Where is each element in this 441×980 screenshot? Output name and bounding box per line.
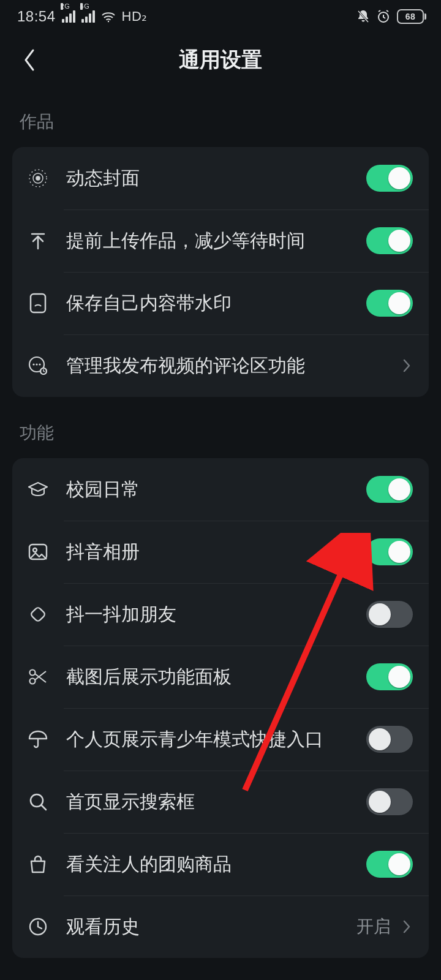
svg-point-17 xyxy=(30,670,36,676)
chevron-right-icon xyxy=(401,356,413,375)
toggle-screenshot-panel[interactable] xyxy=(366,663,413,690)
scissors-icon xyxy=(24,663,51,690)
svg-point-9 xyxy=(32,363,34,365)
row-home-search[interactable]: 首页显示搜索框 xyxy=(12,771,429,833)
section-title-features: 功能 xyxy=(12,397,429,458)
page-title: 通用设置 xyxy=(0,46,441,74)
row-watch-history[interactable]: 观看历史 开启 xyxy=(12,895,429,958)
clock-icon xyxy=(24,913,51,940)
back-button[interactable] xyxy=(12,43,47,77)
svg-point-4 xyxy=(36,176,40,180)
row-album[interactable]: 抖音相册 xyxy=(12,521,429,583)
toggle-album[interactable] xyxy=(366,538,413,565)
svg-point-10 xyxy=(36,363,37,365)
toggle-teen-shortcut[interactable] xyxy=(366,726,413,753)
row-label: 首页显示搜索框 xyxy=(66,790,352,813)
cap-icon xyxy=(24,476,51,503)
toggle-preupload[interactable] xyxy=(366,227,413,254)
toggle-campus[interactable] xyxy=(366,476,413,503)
page-header: 通用设置 xyxy=(0,33,441,87)
search-icon xyxy=(24,788,51,815)
row-label: 观看历史 xyxy=(66,915,342,938)
target-icon xyxy=(24,165,51,192)
mute-icon xyxy=(356,9,370,24)
settings-content: 作品 动态封面 提前上传作品，减少等待时间 xyxy=(0,87,441,958)
section-title-works: 作品 xyxy=(12,102,429,147)
row-label: 截图后展示功能面板 xyxy=(66,665,352,688)
row-label: 管理我发布视频的评论区功能 xyxy=(66,354,386,377)
chevron-right-icon xyxy=(401,917,413,937)
row-label: 提前上传作品，减少等待时间 xyxy=(66,229,352,252)
row-manage-comments[interactable]: 管理我发布视频的评论区功能 xyxy=(12,334,429,397)
photo-icon xyxy=(24,538,51,565)
row-campus[interactable]: 校园日常 xyxy=(12,458,429,521)
svg-point-11 xyxy=(39,363,40,365)
svg-point-15 xyxy=(33,548,37,552)
toggle-watermark[interactable] xyxy=(366,290,413,317)
comment-icon xyxy=(24,352,51,379)
status-hd: HD₂ xyxy=(122,9,148,24)
toggle-shake[interactable] xyxy=(366,601,413,628)
row-dynamic-cover[interactable]: 动态封面 xyxy=(12,147,429,209)
row-teen-shortcut[interactable]: 个人页展示青少年模式快捷入口 xyxy=(12,708,429,771)
row-preupload[interactable]: 提前上传作品，减少等待时间 xyxy=(12,209,429,272)
svg-point-19 xyxy=(31,794,43,807)
upload-icon xyxy=(24,227,51,254)
alarm-icon xyxy=(376,9,391,24)
row-value: 开启 xyxy=(356,915,391,938)
row-label: 个人页展示青少年模式快捷入口 xyxy=(66,728,352,751)
row-shake[interactable]: 抖一抖加朋友 xyxy=(12,583,429,646)
svg-rect-16 xyxy=(30,606,45,622)
row-label: 动态封面 xyxy=(66,167,352,190)
section-features: 校园日常 抖音相册 抖一抖加朋友 xyxy=(12,458,429,958)
battery-pct: 68 xyxy=(405,12,416,21)
status-bar: 18:54 2G 4G HD₂ xyxy=(0,0,441,33)
toggle-dynamic-cover[interactable] xyxy=(366,165,413,192)
battery-icon: 68 xyxy=(397,9,424,24)
svg-point-18 xyxy=(30,679,36,684)
signal-1-icon: 2G xyxy=(62,10,75,23)
row-follow-groupbuy[interactable]: 看关注人的团购商品 xyxy=(12,833,429,895)
row-label: 抖音相册 xyxy=(66,540,352,564)
row-watermark[interactable]: 保存自己内容带水印 xyxy=(12,272,429,334)
row-label: 抖一抖加朋友 xyxy=(66,603,352,626)
ipad-icon xyxy=(24,290,51,317)
toggle-home-search[interactable] xyxy=(366,788,413,815)
row-screenshot-panel[interactable]: 截图后展示功能面板 xyxy=(12,646,429,708)
svg-point-0 xyxy=(107,21,108,22)
row-label: 保存自己内容带水印 xyxy=(66,292,352,315)
svg-rect-7 xyxy=(31,294,45,312)
row-label: 看关注人的团购商品 xyxy=(66,853,352,876)
shake-icon xyxy=(24,601,51,628)
wifi-icon xyxy=(101,10,116,23)
signal-2-icon: 4G xyxy=(81,10,95,23)
section-works: 动态封面 提前上传作品，减少等待时间 保存自己内容带水印 xyxy=(12,147,429,397)
bag-icon xyxy=(24,851,51,878)
row-label: 校园日常 xyxy=(66,478,352,501)
umbrella-icon xyxy=(24,726,51,753)
status-time: 18:54 xyxy=(17,8,56,25)
toggle-follow-groupbuy[interactable] xyxy=(366,851,413,878)
